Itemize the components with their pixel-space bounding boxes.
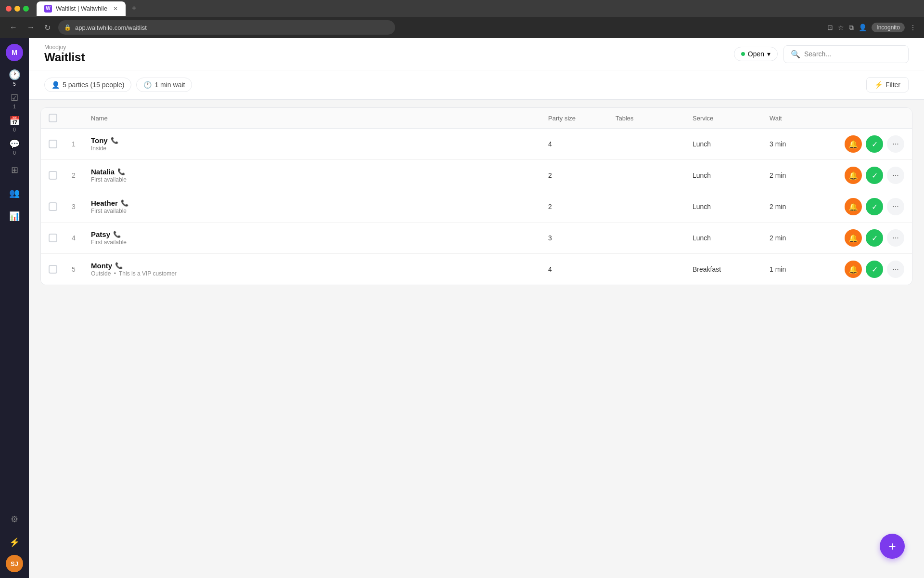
back-button[interactable]: ←: [8, 21, 19, 34]
new-tab-button[interactable]: +: [131, 3, 137, 13]
service-4: Lunch: [693, 234, 770, 242]
confirm-button-2[interactable]: ✓: [866, 167, 883, 184]
confirm-button-1[interactable]: ✓: [866, 135, 883, 153]
sidebar-item-users[interactable]: 👥: [4, 183, 25, 204]
notify-button-2[interactable]: 🔔: [845, 167, 862, 184]
confirm-button-5[interactable]: ✓: [866, 261, 883, 278]
browser-tab[interactable]: W Waitlist | Waitwhile ✕: [37, 1, 126, 16]
row-actions-2: 🔔 ✓ ···: [827, 167, 904, 184]
row-checkbox-4[interactable]: [49, 234, 72, 242]
org-name: Moodjoy: [44, 44, 85, 51]
tab-close-button[interactable]: ✕: [113, 5, 118, 12]
table-row[interactable]: 4 Patsy 📞 First available 3 Lunch 2 min …: [41, 223, 912, 254]
menu-icon[interactable]: ⋮: [910, 24, 916, 31]
sidebar-item-analytics[interactable]: 📊: [4, 206, 25, 227]
service-3: Lunch: [693, 203, 770, 210]
extensions-icon[interactable]: ⧉: [849, 24, 854, 32]
parties-label: 5 parties (15 people): [63, 81, 124, 89]
party-size-3: 2: [548, 203, 616, 210]
url-bar[interactable]: 🔒 app.waitwhile.com/waitlist: [58, 20, 395, 35]
table-row[interactable]: 5 Monty 📞 Outside • This is a VIP custom…: [41, 254, 912, 285]
sidebar-item-settings[interactable]: ⚙: [4, 509, 25, 530]
cast-icon[interactable]: ⊡: [827, 24, 833, 31]
add-button[interactable]: +: [880, 534, 905, 559]
name-cell-1: Tony 📞 Inside: [91, 136, 548, 152]
filter-label: Filter: [886, 81, 900, 89]
minimize-dot[interactable]: [14, 6, 20, 12]
search-box[interactable]: 🔍: [783, 45, 909, 63]
row-checkbox-2[interactable]: [49, 171, 72, 180]
row-actions-1: 🔔 ✓ ···: [827, 135, 904, 153]
sidebar-item-chat[interactable]: 💬 0: [4, 136, 25, 158]
sidebar-item-apps[interactable]: ⊞: [4, 159, 25, 181]
row-actions-4: 🔔 ✓ ···: [827, 229, 904, 247]
phone-icon: 📞: [115, 262, 123, 269]
row-checkbox-1[interactable]: [49, 140, 72, 148]
chevron-down-icon: ▾: [767, 50, 770, 58]
search-input[interactable]: [804, 50, 901, 58]
more-button-4[interactable]: ···: [887, 229, 904, 247]
forward-button[interactable]: →: [25, 21, 37, 34]
col-wait: Wait: [770, 115, 827, 122]
service-1: Lunch: [693, 140, 770, 148]
phone-icon: 📞: [113, 231, 121, 238]
waitwhile-favicon: W: [44, 5, 52, 13]
wait-pill[interactable]: 🕐 1 min wait: [136, 78, 192, 92]
table-row[interactable]: 3 Heather 📞 First available 2 Lunch 2 mi…: [41, 191, 912, 223]
filter-icon: ⚡: [874, 81, 883, 89]
chat-badge: 0: [13, 150, 16, 156]
maximize-dot[interactable]: [23, 6, 29, 12]
address-bar: ← → ↻ 🔒 app.waitwhile.com/waitlist ⊡ ☆ ⧉…: [0, 17, 924, 38]
app-container: M 🕐 5 ☑ 1 📅 0 💬 0 ⊞ 👥 �: [0, 38, 924, 578]
sidebar-item-help[interactable]: ⚡: [4, 532, 25, 553]
filter-button[interactable]: ⚡ Filter: [866, 77, 909, 92]
select-all-checkbox[interactable]: [49, 114, 72, 122]
toolbar-filters: 👤 5 parties (15 people) 🕐 1 min wait: [44, 78, 192, 92]
notify-button-3[interactable]: 🔔: [845, 198, 862, 215]
more-button-1[interactable]: ···: [887, 135, 904, 153]
browser-toolbar-right: ⊡ ☆ ⧉ 👤 Incognito ⋮: [827, 23, 916, 32]
table-row[interactable]: 2 Natalia 📞 First available 2 Lunch 2 mi…: [41, 160, 912, 191]
notify-button-1[interactable]: 🔔: [845, 135, 862, 153]
more-button-5[interactable]: ···: [887, 261, 904, 278]
lock-icon: 🔒: [64, 24, 71, 31]
col-name: Name: [91, 115, 548, 122]
clock-small-icon: 🕐: [143, 81, 152, 89]
confirm-button-3[interactable]: ✓: [866, 198, 883, 215]
name-cell-2: Natalia 📞 First available: [91, 168, 548, 183]
table-row[interactable]: 1 Tony 📞 Inside 4 Lunch 3 min 🔔 ✓: [41, 129, 912, 160]
star-icon[interactable]: ☆: [838, 24, 844, 31]
row-number-3: 3: [72, 203, 91, 210]
sidebar-item-waitlist[interactable]: 🕐 5: [4, 67, 25, 88]
sidebar-item-tasks[interactable]: ☑ 1: [4, 90, 25, 111]
browser-chrome: W Waitlist | Waitwhile ✕ +: [0, 0, 924, 17]
close-dot[interactable]: [6, 6, 12, 12]
notify-button-5[interactable]: 🔔: [845, 261, 862, 278]
col-service: Service: [693, 115, 770, 122]
reload-button[interactable]: ↻: [42, 21, 52, 34]
party-size-4: 3: [548, 234, 616, 242]
table-container: Name Party size Tables Service Wait 1 To…: [29, 100, 924, 578]
wait-1: 3 min: [770, 140, 827, 148]
party-size-5: 4: [548, 265, 616, 273]
avatar[interactable]: M: [6, 44, 23, 61]
row-number-2: 2: [72, 171, 91, 179]
user-avatar-bottom[interactable]: SJ: [6, 555, 23, 572]
sidebar-item-calendar[interactable]: 📅 0: [4, 113, 25, 134]
wait-3: 2 min: [770, 203, 827, 210]
wait-5: 1 min: [770, 265, 827, 273]
parties-pill[interactable]: 👤 5 parties (15 people): [44, 78, 131, 92]
party-size-2: 2: [548, 171, 616, 179]
confirm-button-4[interactable]: ✓: [866, 229, 883, 247]
more-button-2[interactable]: ···: [887, 167, 904, 184]
profile-icon[interactable]: 👤: [859, 24, 867, 31]
chart-icon: 📊: [9, 211, 20, 222]
col-party-size: Party size: [548, 115, 616, 122]
more-button-3[interactable]: ···: [887, 198, 904, 215]
row-checkbox-5[interactable]: [49, 265, 72, 274]
wait-2: 2 min: [770, 171, 827, 179]
row-checkbox-3[interactable]: [49, 202, 72, 211]
status-button[interactable]: Open ▾: [734, 47, 778, 61]
phone-icon: 📞: [117, 168, 125, 175]
notify-button-4[interactable]: 🔔: [845, 229, 862, 247]
